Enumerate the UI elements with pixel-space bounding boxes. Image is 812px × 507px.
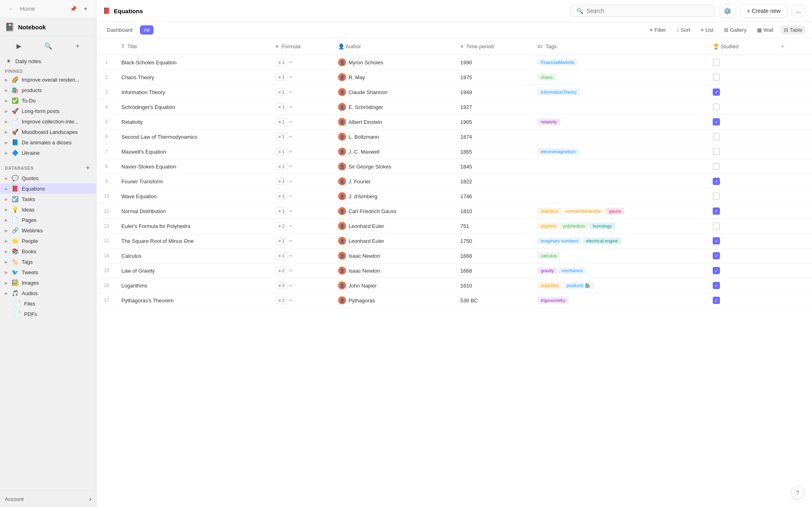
col-studied[interactable]: 🏆 Studied xyxy=(708,38,771,55)
sidebar-pinned-item[interactable]: ▶ 📘 De animales a dioses xyxy=(0,137,96,148)
search-input[interactable] xyxy=(586,8,709,14)
edit-icon[interactable]: ✏ xyxy=(289,60,293,65)
formula-button[interactable]: ≡ 1 xyxy=(275,103,287,111)
pin-icon[interactable]: 📌 xyxy=(68,4,78,14)
formula-button[interactable]: ≡ 2 xyxy=(275,267,287,274)
tag-badge[interactable]: products 🛍️ xyxy=(564,282,594,289)
more-options-button[interactable]: ... xyxy=(791,4,806,17)
formula-button[interactable]: ≡ 1 xyxy=(275,118,287,125)
formula-button[interactable]: ≡ 1 xyxy=(275,133,287,140)
col-time[interactable]: ≡ Time period xyxy=(455,38,533,55)
studied-checkbox[interactable]: ✓ xyxy=(713,88,720,96)
tag-badge[interactable]: homology xyxy=(589,223,615,229)
tag-badge[interactable]: gauss xyxy=(606,208,624,214)
col-add[interactable]: ＋ xyxy=(771,38,812,55)
table-row[interactable]: 3 Information Theory ≡ 1 ✏ 👤 Claude Shan… xyxy=(96,85,812,100)
edit-icon[interactable]: ✏ xyxy=(289,119,293,125)
formula-button[interactable]: ≡ 1 xyxy=(275,207,287,215)
tag-badge[interactable]: normal distribution xyxy=(562,208,605,214)
studied-checkbox[interactable]: ✓ xyxy=(713,252,720,259)
studied-checkbox[interactable] xyxy=(713,193,720,200)
add-column-icon[interactable]: ＋ xyxy=(776,43,789,49)
formula-button[interactable]: ≡ 1 xyxy=(275,237,287,244)
edit-icon[interactable]: ✏ xyxy=(289,164,293,169)
studied-checkbox[interactable]: ✓ xyxy=(713,267,720,274)
formula-button[interactable]: ≡ 2 xyxy=(275,297,287,304)
table-row[interactable]: 6 Second Law of Thermodynamics ≡ 1 ✏ 👤 L… xyxy=(96,129,812,144)
sparkle-icon[interactable]: ✦ xyxy=(82,4,90,14)
studied-checkbox[interactable] xyxy=(713,74,720,81)
edit-icon[interactable]: ✏ xyxy=(289,105,293,110)
home-label[interactable]: Home xyxy=(18,4,37,14)
account-item[interactable]: Account › xyxy=(0,491,96,507)
sidebar-pinned-item[interactable]: ▶ 📄 Improve collection-Inte... xyxy=(0,116,96,127)
daily-notes-item[interactable]: ☀ Daily notes xyxy=(0,56,96,66)
studied-checkbox[interactable]: ✓ xyxy=(713,297,720,304)
edit-icon[interactable]: ✏ xyxy=(289,298,293,303)
tag-badge[interactable]: trigonometry xyxy=(537,297,568,304)
sidebar-pinned-item[interactable]: ▶ 🔷 Ukraine xyxy=(0,148,96,158)
studied-checkbox[interactable]: ✓ xyxy=(713,282,720,289)
studied-checkbox[interactable] xyxy=(713,148,720,155)
tag-badge[interactable]: logarithm xyxy=(537,282,562,289)
table-row[interactable]: 7 Maxwell's Equation ≡ 1 ✏ 👤 J. C. Maxwe… xyxy=(96,144,812,159)
filter-button[interactable]: ≡ Filter xyxy=(646,25,669,35)
sidebar-database-item[interactable]: ▶ ☑️ Tasks xyxy=(0,194,96,204)
formula-button[interactable]: ≡ 1 xyxy=(275,88,287,96)
sidebar-pinned-item[interactable]: ▶ 🛍️ products xyxy=(0,85,96,95)
search-button[interactable]: 🔍 xyxy=(34,39,62,53)
create-new-button[interactable]: + Create new xyxy=(740,4,787,18)
table-row[interactable]: 2 Chaos Theory ≡ 1 ✏ 👤 R. May 1975 chaos xyxy=(96,70,812,85)
sidebar-database-item[interactable]: ▶ 📄 Pages xyxy=(0,215,96,225)
table-row[interactable]: 10 Wave Equation ≡ 1 ✏ 👤 J. d'Almberg 17… xyxy=(96,189,812,204)
sidebar-pinned-item[interactable]: ▶ ✅ To-Do xyxy=(0,95,96,106)
tag-badge[interactable]: mechanics xyxy=(558,267,586,274)
col-formula[interactable]: ≡ Formula xyxy=(271,38,333,55)
tag-badge[interactable]: InformationTheory xyxy=(537,89,580,95)
table-row[interactable]: 14 Calculus ≡ 1 ✏ 👤 Isaac Newton 1668 ca… xyxy=(96,248,812,263)
edit-icon[interactable]: ✏ xyxy=(289,134,293,140)
table-row[interactable]: 13 The Square Root of Minus One ≡ 1 ✏ 👤 … xyxy=(96,234,812,248)
sidebar-database-item[interactable]: ▶ 🐦 Tweets xyxy=(0,267,96,277)
sidebar-pinned-item[interactable]: ▶ 🚀 Long-form posts xyxy=(0,106,96,116)
studied-checkbox[interactable] xyxy=(713,59,720,66)
edit-icon[interactable]: ✏ xyxy=(289,268,293,273)
view-gallery-button[interactable]: ⊞ Gallery xyxy=(721,25,750,35)
formula-button[interactable]: ≡ 1 xyxy=(275,74,287,81)
tag-badge[interactable]: polyhedron xyxy=(560,223,588,229)
studied-checkbox[interactable]: ✓ xyxy=(713,237,720,244)
tag-badge[interactable]: gravity xyxy=(537,267,557,274)
view-wall-button[interactable]: ▦ Wall xyxy=(754,25,777,35)
tag-badge[interactable]: chaos xyxy=(537,74,556,80)
sidebar-database-item[interactable]: 📄 Files xyxy=(0,298,96,309)
settings-button[interactable]: ⚙️ xyxy=(719,4,736,18)
formula-button[interactable]: ≡ 1 xyxy=(275,148,287,155)
tag-badge[interactable]: statistics xyxy=(537,208,561,214)
sidebar-pinned-item[interactable]: ▶ 🚀 Moodboard Landscapes xyxy=(0,127,96,137)
formula-button[interactable]: ≡ 3 xyxy=(275,282,287,289)
view-table-button[interactable]: ⊟ Table xyxy=(781,25,806,35)
edit-icon[interactable]: ✏ xyxy=(289,209,293,214)
formula-button[interactable]: ≡ 1 xyxy=(275,252,287,259)
edit-icon[interactable]: ✏ xyxy=(289,90,293,95)
studied-checkbox[interactable]: ✓ xyxy=(713,178,720,185)
table-row[interactable]: 12 Euler's Formula for Polyhedra ≡ 2 ✏ 👤… xyxy=(96,219,812,234)
table-row[interactable]: 17 Pythagoras's Theorem ≡ 2 ✏ 👤 Pythagor… xyxy=(96,293,812,308)
sidebar-database-item[interactable]: ▶ 🌟 People xyxy=(0,236,96,246)
table-row[interactable]: 15 Law of Gravity ≡ 2 ✏ 👤 Isaac Newton 1… xyxy=(96,263,812,278)
edit-icon[interactable]: ✏ xyxy=(289,179,293,184)
sidebar-database-item[interactable]: ▶ 📚 Books xyxy=(0,246,96,257)
sidebar-database-item[interactable]: ▶ 🎵 Audios xyxy=(0,288,96,298)
table-row[interactable]: 5 Relativity ≡ 1 ✏ 👤 Albert Einstein 190… xyxy=(96,115,812,129)
table-row[interactable]: 9 Fourier Transform ≡ 1 ✏ 👤 J. Fourier 1… xyxy=(96,174,812,189)
sidebar-database-item[interactable]: ▶ 💬 Quotes xyxy=(0,173,96,183)
sidebar-database-item[interactable]: ▶ 💡 Ideas xyxy=(0,204,96,215)
tag-badge[interactable]: electrical engine xyxy=(583,238,621,244)
sidebar-pinned-item[interactable]: ▶ 🌈 Improve overall renderi... xyxy=(0,74,96,85)
tag-badge[interactable]: algebra xyxy=(537,223,559,229)
formula-button[interactable]: ≡ 1 xyxy=(275,163,287,170)
add-database-icon[interactable]: ＋ xyxy=(84,164,91,172)
sidebar-database-item[interactable]: ▶ 🏷️ Tags xyxy=(0,257,96,267)
sidebar-database-item[interactable]: ▶ 🔗 Weblinks xyxy=(0,225,96,236)
edit-icon[interactable]: ✏ xyxy=(289,283,293,288)
